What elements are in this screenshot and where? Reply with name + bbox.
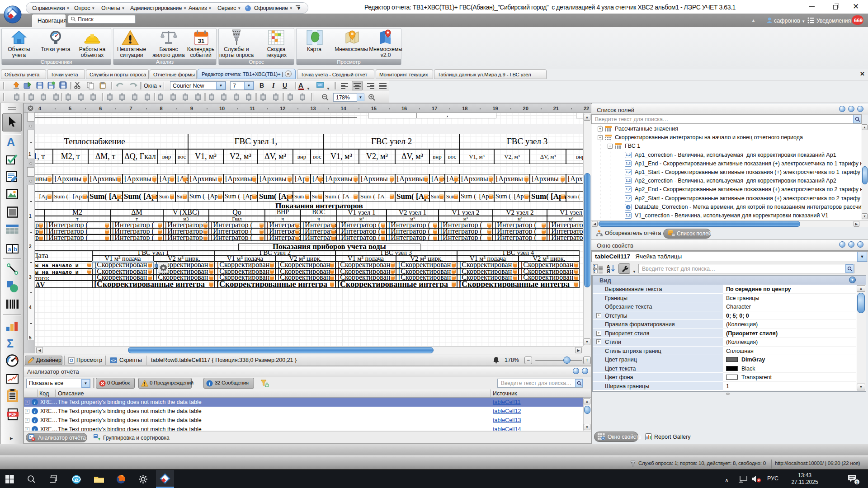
svg-text:e: e: [75, 476, 78, 483]
svg-text:b: b: [14, 246, 17, 253]
svg-text:<>: <>: [111, 358, 116, 363]
svg-text:PDF: PDF: [9, 412, 17, 417]
svg-text:a: a: [8, 246, 11, 253]
svg-text:Я: Я: [607, 269, 610, 273]
svg-text:i: i: [209, 381, 210, 386]
svg-text:31: 31: [198, 38, 204, 44]
